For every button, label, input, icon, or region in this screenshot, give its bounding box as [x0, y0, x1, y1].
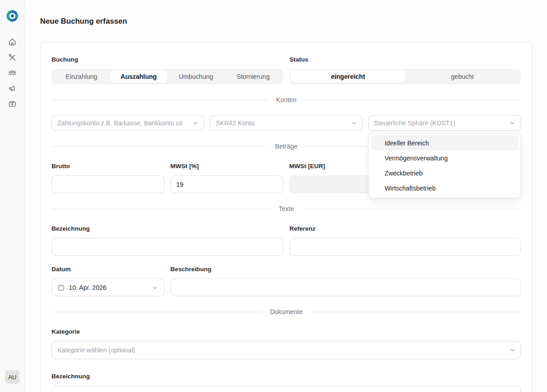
page-title: Neue Buchung erfassen [40, 17, 547, 26]
brutto-label: Brutto [52, 162, 165, 171]
beschreibung-label: Beschreibung [170, 265, 521, 274]
kategorie-placeholder: Kategorie wählen (optional) [57, 346, 509, 354]
steuerliche-sphaere-select[interactable]: Steuerliche Sphäre (KOST1) [368, 115, 521, 131]
sidebar-nav [8, 37, 17, 108]
sphaere-option-wirtschaftsbetrieb[interactable]: Wirtschaftsbetrieb [371, 181, 518, 196]
steuerliche-sphaere-placeholder: Steuerliche Sphäre (KOST1) [374, 119, 509, 127]
kategorie-row: Kategorie Kategorie wählen (optional) [52, 327, 521, 359]
brutto-input[interactable] [52, 175, 165, 193]
app-logo-icon[interactable] [5, 9, 19, 23]
buchung-option-stornierung[interactable]: Stornierung [225, 70, 282, 83]
status-option-gebucht[interactable]: gebucht [405, 70, 520, 83]
chevron-down-icon [509, 346, 516, 354]
calendar-icon [57, 284, 65, 291]
referenz-label: Referenz [289, 224, 521, 233]
user-avatar[interactable]: AU [5, 370, 20, 384]
status-label: Status [289, 55, 521, 64]
dokument-bezeichnung-row: Bezeichnung [52, 372, 521, 392]
booking-form-card: Buchung Einzahlung Auszahlung Umbuchung … [40, 42, 532, 392]
beschreibung-input[interactable] [170, 279, 521, 296]
chevron-down-icon [192, 119, 199, 127]
referenz-input[interactable] [289, 238, 521, 256]
datum-value: 10. Apr. 2026 [69, 284, 147, 291]
section-title-betraege: Beträge [275, 143, 297, 150]
buchung-label: Buchung [52, 55, 283, 64]
datum-picker[interactable]: 10. Apr. 2026 [52, 279, 165, 296]
chevron-down-icon [509, 119, 516, 127]
section-title-dokumente: Dokumente [270, 308, 303, 315]
bezeichnung-input[interactable] [52, 238, 283, 256]
zahlungskonto-select[interactable]: Zahlungskonto z.B. Barkasse, Bankkonto u… [52, 115, 204, 131]
home-icon[interactable] [8, 37, 17, 46]
tools-icon[interactable] [8, 53, 17, 62]
main-area: Neue Buchung erfassen Buchung Einzahlung… [25, 0, 547, 392]
section-title-konten: Konten [276, 96, 296, 103]
megaphone-icon[interactable] [8, 84, 17, 93]
buchung-option-auszahlung[interactable]: Auszahlung [110, 70, 168, 83]
buchung-option-einzahlung[interactable]: Einzahlung [53, 70, 110, 83]
sphaere-option-vermoegensverwaltung[interactable]: Vermögensverwaltung [371, 150, 518, 165]
date-description-row: Datum 10. Apr. 2026 Beschreibung [52, 265, 521, 296]
datum-label: Datum [52, 265, 165, 274]
bezeichnung-label: Bezeichnung [52, 224, 283, 233]
sidebar: AU [0, 0, 25, 392]
skr42-konto-select[interactable]: SKR42 Konto [210, 115, 362, 131]
texts-row: Bezeichnung Referenz [52, 224, 521, 256]
kategorie-select[interactable]: Kategorie wählen (optional) [52, 341, 521, 359]
steuerliche-sphaere-menu: Ideeller Bereich Vermögensverwaltung Zwe… [368, 133, 521, 198]
section-title-texte: Texte [279, 205, 294, 212]
type-status-row: Buchung Einzahlung Auszahlung Umbuchung … [52, 55, 521, 84]
chevron-down-icon [151, 284, 159, 291]
money-icon[interactable] [8, 99, 17, 108]
dokument-bezeichnung-label: Bezeichnung [52, 372, 521, 381]
sphaere-option-ideeller-bereich[interactable]: Ideeller Bereich [371, 135, 518, 150]
accounts-row: Zahlungskonto z.B. Barkasse, Bankkonto u… [52, 115, 521, 131]
users-icon[interactable] [8, 68, 17, 77]
section-divider-dokumente: Dokumente [52, 307, 521, 316]
status-segmented-control: eingereicht gebucht [289, 69, 521, 84]
mwst-pct-input[interactable] [170, 175, 284, 193]
section-divider-konten: Konten [52, 95, 521, 104]
skr42-konto-placeholder: SKR42 Konto [216, 119, 350, 127]
mwst-pct-label: MWSt [%] [170, 162, 284, 171]
section-divider-texte: Texte [52, 204, 521, 213]
buchung-option-umbuchung[interactable]: Umbuchung [167, 70, 225, 83]
kategorie-label: Kategorie [52, 327, 521, 336]
dokument-bezeichnung-input[interactable] [52, 386, 521, 392]
buchung-segmented-control: Einzahlung Auszahlung Umbuchung Stornier… [52, 69, 283, 84]
chevron-down-icon [351, 119, 358, 127]
sphaere-option-zweckbetrieb[interactable]: Zweckbetrieb [371, 165, 518, 181]
zahlungskonto-placeholder: Zahlungskonto z.B. Barkasse, Bankkonto u… [57, 119, 192, 127]
status-option-eingereicht[interactable]: eingereicht [291, 70, 405, 83]
